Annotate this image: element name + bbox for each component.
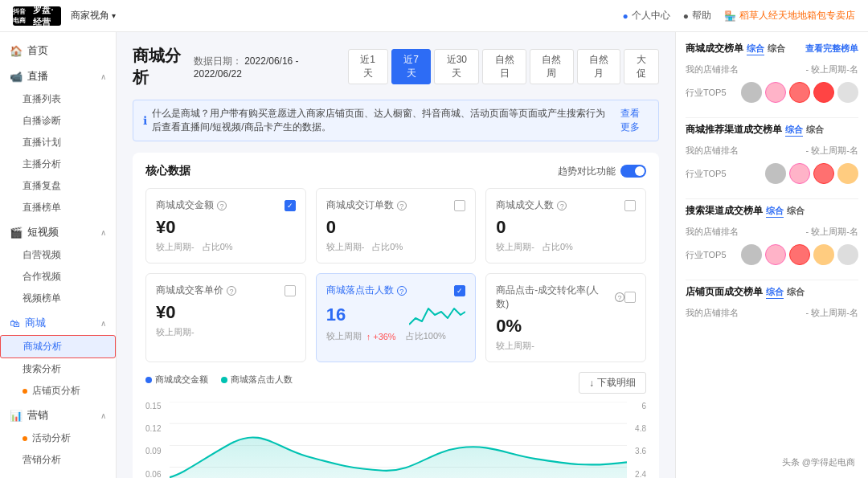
rank-tab-3a[interactable]: 综合	[766, 286, 784, 299]
home-icon: 🏠	[10, 45, 23, 57]
date-tab-1day[interactable]: 近1天	[348, 49, 388, 84]
rank-my-store-1: 我的店铺排名 - 较上周期-名	[686, 141, 858, 160]
sidebar-item-live-review[interactable]: 直播复盘	[0, 175, 116, 197]
sidebar-item-self-video[interactable]: 自营视频	[0, 244, 116, 266]
sidebar-section-mall: 🛍 商城 ∧ 商城分析 搜索分析 店铺页分析	[0, 311, 116, 402]
rank-avatar-2-2	[789, 244, 810, 265]
metric-header-0: 商城成交金额 ? ✓	[156, 198, 296, 212]
rank-tab-2a[interactable]: 综合	[766, 205, 784, 218]
metric-4-value-row: 16	[326, 302, 466, 330]
sidebar-item-store-page-analysis[interactable]: 店铺页分析	[0, 380, 116, 402]
metric-3-checkbox[interactable]	[285, 285, 296, 296]
date-tab-7day[interactable]: 近7天	[391, 49, 432, 84]
rank-title-text-1: 商城推荐渠道成交榜单 综合 综合	[686, 123, 824, 137]
sidebar-item-live-plan[interactable]: 直播计划	[0, 132, 116, 153]
metric-0-checkbox[interactable]: ✓	[285, 200, 296, 211]
video-icon: 🎬	[10, 227, 23, 239]
metric-card-0: 商城成交金额 ? ✓ ¥0 较上周期- 占比0%	[145, 188, 306, 264]
legend-dot-teal	[221, 377, 227, 383]
help-btn[interactable]: ● 帮助	[683, 9, 711, 22]
rank-avatar-1-2	[813, 163, 834, 184]
rank-avatar-1-1	[789, 163, 810, 184]
chart-legend: 商城成交金额 商城落点击人数	[145, 374, 293, 386]
marketing-label: 营销	[27, 408, 48, 423]
sidebar-section-home: 🏠 首页	[0, 39, 116, 63]
metric-1-question-icon[interactable]: ?	[397, 201, 407, 210]
store-name[interactable]: 🏪 稻草人经天地地箱包专卖店	[724, 9, 855, 22]
metric-2-checkbox[interactable]	[624, 200, 636, 211]
sidebar-item-host-analysis[interactable]: 主播分析	[0, 153, 116, 175]
logo-main: 罗盘·经营	[33, 4, 61, 28]
sidebar: 🏠 首页 📹 直播 ∧ 直播列表 自播诊断 直播计划 主播分析 直播复盘 直播榜…	[0, 32, 117, 478]
sidebar-item-video-rank[interactable]: 视频榜单	[0, 288, 116, 309]
sidebar-item-search-analysis[interactable]: 搜索分析	[0, 358, 116, 380]
info-text: 什么是商城？用户带有购买意愿进入商家店铺页面、达人橱窗、抖音商城、活动页面等页面…	[152, 107, 612, 134]
date-tab-natural-day[interactable]: 自然日	[482, 49, 526, 84]
rank-my-store-3: 我的店铺排名 - 较上周期-名	[686, 304, 858, 322]
date-controls: 数据日期： 2022/06/16 - 2022/06/22 近1天 近7天 近3…	[194, 49, 659, 84]
date-tab-promo[interactable]: 大促	[624, 49, 659, 84]
metric-5-question-icon[interactable]: ?	[615, 292, 624, 302]
metric-card-4: 商城落点击人数 ? ✓ 16 较上周期	[316, 273, 477, 362]
trend-toggle[interactable]: 趋势对比功能	[558, 165, 646, 178]
metric-4-wavy-chart	[409, 302, 465, 330]
metrics-grid: 商城成交金额 ? ✓ ¥0 较上周期- 占比0% 商城成交	[145, 188, 646, 362]
date-tab-natural-month[interactable]: 自然月	[577, 49, 621, 84]
core-title: 核心数据	[145, 164, 190, 178]
rank-tab-2b[interactable]: 综合	[787, 205, 805, 217]
date-tab-30day[interactable]: 近30天	[434, 49, 479, 84]
top-nav-right: ● 个人中心 ● 帮助 🏪 稻草人经天地地箱包专卖店	[623, 9, 856, 22]
sidebar-section-short-video: 🎬 短视频 ∧ 自营视频 合作视频 视频榜单	[0, 220, 116, 309]
short-video-chevron: ∧	[100, 228, 106, 237]
sidebar-group-store[interactable]: 🏪 店铺 ∧	[0, 472, 116, 478]
sidebar-item-marketing-analysis[interactable]: 营销分析	[0, 449, 116, 471]
rank-avatars-0	[741, 82, 858, 103]
marketing-icon: 📊	[10, 410, 23, 422]
metric-value-3: ¥0	[156, 302, 296, 323]
rank-tab-3b[interactable]: 综合	[787, 286, 805, 298]
personal-center-btn[interactable]: ● 个人中心	[623, 9, 670, 22]
metric-4-question-icon[interactable]: ?	[397, 286, 407, 296]
sidebar-item-live-rank[interactable]: 直播榜单	[0, 197, 116, 219]
metric-3-question-icon[interactable]: ?	[227, 286, 236, 296]
rank-tab-comprehensive-0b[interactable]: 综合	[768, 43, 785, 55]
sidebar-group-live[interactable]: 📹 直播 ∧	[0, 64, 116, 88]
help-icon: ●	[683, 10, 689, 22]
info-link[interactable]: 查看更多	[620, 107, 649, 134]
rank-tab-1a[interactable]: 综合	[785, 124, 803, 137]
metric-2-question-icon[interactable]: ?	[557, 201, 567, 210]
rank-title-mall-recommend: 商城推荐渠道成交榜单 综合 综合	[686, 123, 858, 137]
metric-value-4: 16	[326, 304, 346, 325]
store-icon: 🏪	[724, 10, 736, 22]
metric-label-4: 商城落点击人数 ?	[326, 284, 407, 297]
sidebar-item-collab-video[interactable]: 合作视频	[0, 266, 116, 288]
metric-1-checkbox[interactable]	[454, 200, 465, 211]
metric-5-checkbox[interactable]	[624, 292, 636, 303]
metric-4-checkbox[interactable]: ✓	[454, 285, 465, 296]
sidebar-item-mall-analysis[interactable]: 商城分析	[0, 335, 116, 358]
rank-avatar-2-0	[741, 244, 762, 265]
rank-view-all-0[interactable]: 查看完整榜单	[805, 43, 858, 55]
sidebar-group-mall[interactable]: 🛍 商城 ∧	[0, 311, 116, 335]
sidebar-item-activity-analysis[interactable]: 活动分析	[0, 427, 116, 449]
metric-0-question-icon[interactable]: ?	[217, 201, 227, 210]
download-btn[interactable]: ↓ 下载明细	[579, 372, 646, 394]
sidebar-item-self-diagnose[interactable]: 自播诊断	[0, 110, 116, 132]
sidebar-item-live-list[interactable]: 直播列表	[0, 88, 116, 110]
chart-y-labels-left: 0.15 0.12 0.09 0.06 0.03 0	[145, 398, 168, 478]
mall-label: 商城	[25, 316, 46, 330]
sidebar-item-home[interactable]: 🏠 首页	[0, 39, 116, 63]
chart-container: 0.15 0.12 0.09 0.06 0.03 0 6 4.8 3.6 2.4…	[145, 398, 646, 478]
separator-0	[686, 117, 858, 118]
sidebar-group-short-video[interactable]: 🎬 短视频 ∧	[0, 220, 116, 244]
merchant-view-label: 商家视角	[71, 9, 109, 22]
date-tab-natural-week[interactable]: 自然周	[530, 49, 574, 84]
sidebar-group-marketing[interactable]: 📊 营销 ∧	[0, 403, 116, 427]
live-label: 直播	[27, 69, 48, 84]
rank-tab-comprehensive-0[interactable]: 综合	[747, 43, 764, 55]
chevron-down-icon: ▾	[112, 11, 116, 20]
merchant-view-btn[interactable]: 商家视角 ▾	[71, 9, 116, 22]
toggle-switch[interactable]	[620, 165, 646, 178]
store-page-dot	[23, 389, 27, 394]
rank-tab-1b[interactable]: 综合	[806, 124, 824, 136]
